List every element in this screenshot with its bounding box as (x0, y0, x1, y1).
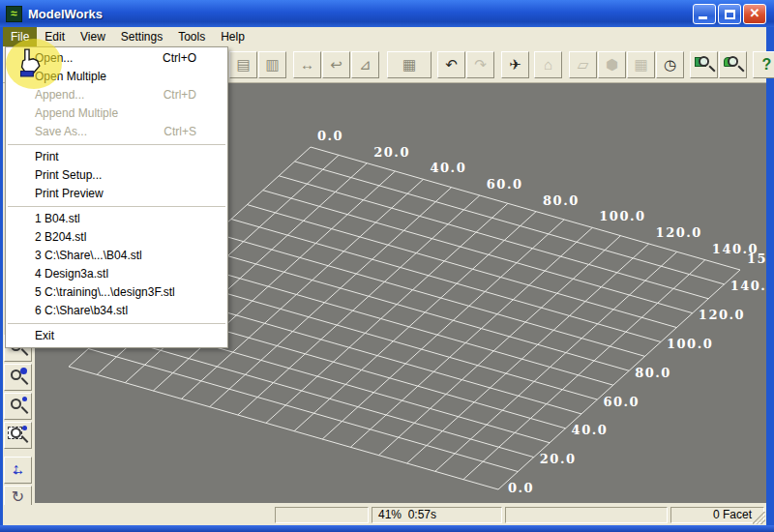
axis-label: 60.0 (487, 177, 523, 192)
menu-edit[interactable]: Edit (37, 27, 73, 46)
shaded-view-icon: ▱ (578, 56, 589, 73)
measure-width-button[interactable]: ↔ (293, 51, 321, 78)
menu-help[interactable]: Help (213, 27, 253, 46)
status-progress: 41% 0:57s (372, 507, 502, 523)
file-menu-item-append-multiple[interactable]: Append Multiple (6, 104, 227, 123)
axis-label: 120.0 (656, 225, 702, 240)
menu-item-label: Print (35, 150, 59, 163)
export-mesh-button[interactable]: ▤ (229, 51, 257, 78)
file-menu-item-print[interactable]: Print (6, 148, 227, 166)
import-mesh-button[interactable]: ▥ (258, 51, 286, 78)
dimension-button[interactable]: ⌂ (534, 51, 562, 78)
menu-item-label: 3 C:\Share\...\B04.stl (35, 249, 142, 262)
axis-label: 120.0 (699, 308, 745, 322)
help-icon: ? (762, 56, 772, 73)
menu-item-label: Open Multiple (35, 70, 106, 83)
status-panel-empty-2 (505, 507, 668, 523)
file-menu-item-1-b04-stl[interactable]: 1 B04.stl (6, 210, 227, 228)
zoom-refresh-button[interactable] (719, 51, 747, 78)
file-menu-item-save-as[interactable]: Save As...Ctrl+S (6, 123, 227, 141)
axis-label: 0.0 (317, 129, 343, 143)
measure-width-icon: ↔ (300, 56, 314, 73)
menu-item-label: 5 C:\training\...\design3F.stl (35, 285, 175, 299)
file-menu-item-4-design3a-stl[interactable]: 4 Design3a.stl (6, 265, 227, 283)
timer-icon: ◷ (664, 56, 676, 73)
minimize-button[interactable] (693, 4, 716, 24)
file-menu-item-append[interactable]: Append...Ctrl+D (6, 86, 227, 104)
pin-dart-button[interactable]: ✈ (501, 51, 529, 78)
status-bar: 41% 0:57s 0 Facet (3, 505, 766, 525)
resize-grip[interactable] (753, 512, 765, 524)
file-menu-item-2-b204-stl[interactable]: 2 B204.stl (6, 228, 227, 247)
file-menu-item-open[interactable]: Open...Ctrl+O (6, 49, 227, 68)
menu-item-label: Exit (35, 329, 54, 342)
facet-reduce-icon: ⊿ (359, 56, 372, 73)
axis-label: 40.0 (431, 161, 467, 175)
facet-reduce-button[interactable]: ⊿ (351, 51, 379, 78)
file-menu-item-3-c-share-b04-stl[interactable]: 3 C:\Share\...\B04.stl (6, 247, 227, 265)
rotate-icon: ↻ (5, 488, 31, 506)
measure-wrap-icon: ↩ (330, 56, 342, 73)
axis-label: 100.0 (667, 337, 713, 351)
title-bar: ≈ ModelWorks ✕ (0, 0, 774, 27)
menu-item-shortcut: Ctrl+D (164, 86, 196, 104)
app-icon: ≈ (6, 6, 22, 22)
mesh-stretch-button[interactable]: ▦ (387, 51, 432, 78)
zoom-window-button[interactable] (4, 422, 32, 449)
menu-file[interactable]: File (3, 27, 37, 46)
solid-view-button[interactable]: ⬢ (598, 51, 626, 78)
file-menu-item-5-c-training-design3f-stl[interactable]: 5 C:\training\...\design3F.stl (6, 283, 227, 302)
maximize-button[interactable] (718, 4, 741, 24)
pan-button[interactable]: ↔↔ (4, 457, 32, 484)
menu-item-label: Print Setup... (35, 168, 102, 182)
axis-label: 60.0 (603, 395, 640, 409)
file-menu-item-print-preview[interactable]: Print Preview (6, 185, 227, 203)
redo-icon: ↷ (474, 56, 487, 73)
menu-item-label: Append Multiple (35, 106, 118, 120)
menu-separator (8, 206, 225, 207)
dimension-icon: ⌂ (544, 56, 552, 73)
redo-button[interactable]: ↷ (466, 51, 494, 78)
timer-button[interactable]: ◷ (656, 51, 684, 78)
menu-item-label: 4 Design3a.stl (35, 267, 108, 281)
menu-settings[interactable]: Settings (113, 27, 170, 46)
export-mesh-icon: ▤ (236, 56, 250, 73)
zoom-out-icon (11, 399, 21, 409)
menu-item-shortcut: Ctrl+S (164, 123, 196, 141)
file-menu-item-print-setup[interactable]: Print Setup... (6, 166, 227, 185)
zoom-grid-button[interactable] (690, 51, 718, 78)
axis-label: 100.0 (599, 209, 645, 223)
menu-item-label: 6 C:\Share\b34.stl (35, 304, 128, 317)
minimize-icon (699, 16, 707, 19)
pin-dart-icon: ✈ (509, 56, 521, 73)
zoom-grid-icon (691, 52, 717, 77)
measure-wrap-button[interactable]: ↩ (322, 51, 350, 78)
menu-item-shortcut: Ctrl+O (163, 49, 196, 68)
axis-label: 40.0 (572, 423, 609, 437)
window-title: ModelWorks (28, 7, 103, 21)
menu-item-label: Open... (35, 51, 73, 65)
mesh-stretch-icon: ▦ (402, 56, 416, 73)
pan-icon: ↔↔ (5, 458, 31, 483)
menu-item-label: Print Preview (35, 187, 104, 200)
grid-view-icon: ▦ (634, 56, 647, 73)
axis-label: 20.0 (373, 145, 410, 160)
help-button[interactable]: ? (753, 51, 774, 78)
undo-button[interactable]: ↶ (437, 51, 465, 78)
menu-view[interactable]: View (73, 27, 113, 46)
solid-view-icon: ⬢ (606, 56, 618, 73)
close-button[interactable]: ✕ (743, 4, 766, 24)
file-menu-dropdown: Open...Ctrl+OOpen MultipleAppend...Ctrl+… (5, 46, 228, 348)
shaded-view-button[interactable]: ▱ (569, 51, 597, 78)
maximize-icon (725, 10, 735, 19)
zoom-out-button[interactable] (4, 393, 32, 420)
modelworks-window: 0.020.040.060.080.0100.0120.0140.0152.41… (0, 0, 774, 532)
zoom-refresh-icon (720, 52, 746, 77)
file-menu-item-6-c-share-b34-stl[interactable]: 6 C:\Share\b34.stl (6, 302, 227, 320)
file-menu-item-open-multiple[interactable]: Open Multiple (6, 68, 227, 86)
import-mesh-icon: ▥ (265, 56, 279, 73)
menu-tools[interactable]: Tools (170, 27, 213, 46)
zoom-in-button[interactable] (4, 364, 32, 391)
file-menu-item-exit[interactable]: Exit (6, 327, 227, 345)
grid-view-button[interactable]: ▦ (627, 51, 655, 78)
